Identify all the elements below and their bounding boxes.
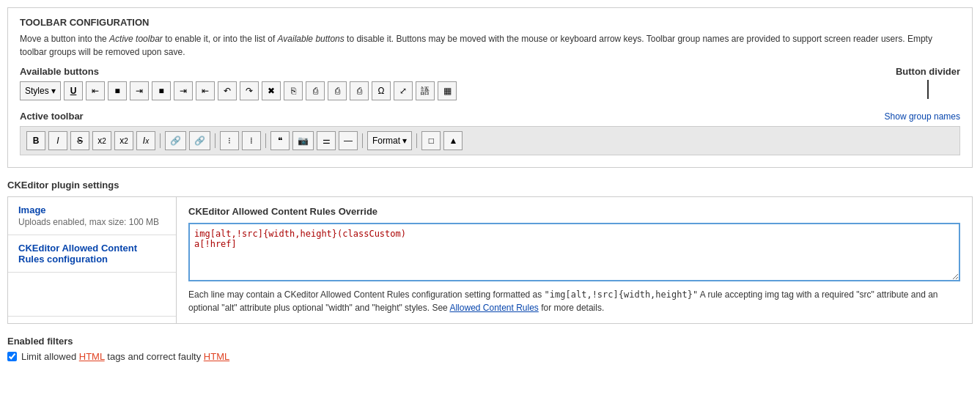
paste-text-btn[interactable]: ⎙ <box>328 81 347 100</box>
right-align-btn[interactable]: ⇥ <box>130 81 149 100</box>
sidebar-item-empty <box>8 273 176 317</box>
indent-btn[interactable]: ⇥ <box>174 81 193 100</box>
sidebar-item-image[interactable]: Image Uploads enabled, max size: 100 MB <box>8 197 176 235</box>
ckeditor-plugin-section: CKEditor plugin settings Image Uploads e… <box>7 180 973 324</box>
active-toolbar-label: Active toolbar <box>20 111 84 122</box>
separator-4 <box>362 133 363 148</box>
filter-row: Limit allowed HTML tags and correct faul… <box>7 351 973 362</box>
button-divider-label: Button divider <box>896 66 960 77</box>
image-sidebar-desc: Uploads enabled, max size: 100 MB <box>18 217 166 227</box>
redo-btn[interactable]: ↷ <box>240 81 259 100</box>
show-group-names-link[interactable]: Show group names <box>885 111 960 122</box>
html-link-2[interactable]: HTML <box>204 351 229 362</box>
blockquote-btn[interactable]: ❝ <box>270 131 290 150</box>
available-buttons-label: Available buttons <box>20 66 881 77</box>
separator-5 <box>416 133 417 148</box>
unlink-btn[interactable]: 🔗 <box>189 131 210 150</box>
undo-btn[interactable]: ↶ <box>218 81 237 100</box>
acr-textarea[interactable]: img[alt,!src]{width,height}(classCustom)… <box>188 223 960 281</box>
justify-btn[interactable]: ■ <box>152 81 171 100</box>
image-sidebar-title: Image <box>18 204 166 215</box>
horizontalrule-btn[interactable]: ― <box>339 131 358 150</box>
outdent-btn[interactable]: ⇤ <box>196 81 215 100</box>
media-btn[interactable]: ▲ <box>443 131 463 150</box>
paste-word-btn[interactable]: ⎙ <box>350 81 369 100</box>
divider-visual <box>927 80 929 99</box>
underline-btn[interactable]: U <box>64 81 83 100</box>
cut-btn[interactable]: ✖ <box>262 81 281 100</box>
italic-btn[interactable]: I <box>48 131 67 150</box>
available-buttons-row: Styles ▾ U ⇤ ■ ⇥ ■ ⇥ ⇤ ↶ ↷ ✖ ⎘ ⎙ ⎙ ⎙ Ω ⤢… <box>20 81 881 100</box>
styles-btn[interactable]: Styles ▾ <box>20 81 61 100</box>
acr-description: Each line may contain a CKeditor Allowed… <box>188 288 960 314</box>
sidebar-item-acr-config[interactable]: CKEditor Allowed Content Rules configura… <box>8 235 176 273</box>
active-toolbar-header: Active toolbar Show group names <box>20 111 960 122</box>
paste-btn[interactable]: ⎙ <box>306 81 325 100</box>
toolbar-config-description: Move a button into the Active toolbar to… <box>20 32 960 59</box>
strikethrough-btn[interactable]: S <box>70 131 89 150</box>
link-btn[interactable]: 🔗 <box>165 131 186 150</box>
acr-config-sidebar-title: CKEditor Allowed Content Rules configura… <box>18 243 166 265</box>
enabled-filters-title: Enabled filters <box>7 336 973 347</box>
enabled-filters-section: Enabled filters Limit allowed HTML tags … <box>7 336 973 362</box>
acr-content-title: CKEditor Allowed Content Rules Override <box>188 206 960 217</box>
bulletlist-btn[interactable]: ⁝ <box>220 131 239 150</box>
maximize-btn[interactable]: ⤢ <box>394 81 413 100</box>
toolbar-config-section: TOOLBAR CONFIGURATION Move a button into… <box>7 7 973 168</box>
toolbar-config-title: TOOLBAR CONFIGURATION <box>20 17 960 28</box>
separator-2 <box>215 133 215 148</box>
plugin-layout: Image Uploads enabled, max size: 100 MB … <box>7 196 973 324</box>
format-btn[interactable]: Format ▾ <box>367 131 412 150</box>
numberedlist-btn[interactable]: ⁞ <box>242 131 261 150</box>
plugin-content: CKEditor Allowed Content Rules Override … <box>177 197 972 323</box>
embed-btn[interactable]: □ <box>421 131 441 150</box>
copy-btn[interactable]: ⎘ <box>284 81 303 100</box>
html-link-1[interactable]: HTML <box>79 351 105 362</box>
bold-btn[interactable]: B <box>26 131 45 150</box>
center-align-btn[interactable]: ■ <box>108 81 127 100</box>
special-char-btn[interactable]: Ω <box>372 81 391 100</box>
left-align-btn[interactable]: ⇤ <box>86 81 105 100</box>
image-btn[interactable]: 📷 <box>292 131 314 150</box>
superscript-btn[interactable]: x2 <box>92 131 111 150</box>
subscript-btn[interactable]: x2 <box>114 131 133 150</box>
show-blocks-btn[interactable]: ▦ <box>438 81 457 100</box>
table-btn[interactable]: ⚌ <box>317 131 336 150</box>
separator-1 <box>160 133 161 148</box>
source-btn[interactable]: 語 <box>416 81 435 100</box>
ckeditor-plugin-title: CKEditor plugin settings <box>7 180 973 191</box>
button-divider-section: Button divider <box>881 66 960 102</box>
removeformat-btn[interactable]: Ix <box>136 131 155 150</box>
allowed-content-rules-link[interactable]: Allowed Content Rules <box>449 303 538 313</box>
plugin-sidebar: Image Uploads enabled, max size: 100 MB … <box>8 197 177 323</box>
filter-label: Limit allowed HTML tags and correct faul… <box>21 351 229 362</box>
active-toolbar-container: B I S x2 x2 Ix 🔗 🔗 ⁝ ⁞ ❝ 📷 ⚌ ― Format ▾ … <box>20 126 960 155</box>
limit-html-checkbox[interactable] <box>7 352 17 361</box>
separator-3 <box>265 133 266 148</box>
